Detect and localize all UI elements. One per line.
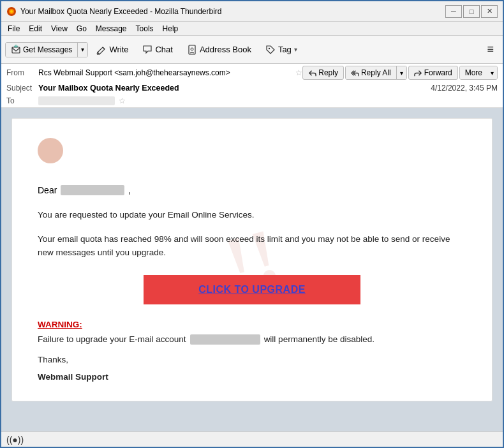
- get-messages-arrow-icon: ▾: [81, 46, 84, 53]
- svg-point-10: [269, 47, 270, 49]
- failure-suffix: will permanently be disabled.: [264, 334, 374, 344]
- menu-edit[interactable]: Edit: [25, 23, 46, 34]
- minimize-button[interactable]: ─: [445, 5, 462, 18]
- dear-line: Dear ,: [38, 179, 466, 195]
- title-bar: Your Mailbox Quota Nearly Exceeded - Moz…: [1, 1, 503, 22]
- email-content: Dear , You are requested to update your …: [38, 179, 466, 382]
- paragraph1: You are requested to update your Email O…: [38, 208, 466, 222]
- from-label: From: [6, 68, 38, 77]
- menu-go[interactable]: Go: [73, 23, 91, 34]
- toolbar: Get Messages ▾ Write Chat: [1, 36, 503, 64]
- app-logo: [6, 6, 17, 17]
- more-button[interactable]: More ▾: [459, 66, 498, 80]
- menu-tools[interactable]: Tools: [132, 23, 158, 34]
- email-body-container: !! Dear , You are requested to update yo…: [1, 108, 503, 431]
- maximize-button[interactable]: □: [463, 5, 480, 18]
- write-button[interactable]: Write: [91, 41, 134, 58]
- date-value: 4/12/2022, 3:45 PM: [431, 84, 498, 93]
- reply-label: Reply: [318, 68, 338, 77]
- subject-value: Your Mailbox Quota Nearly Exceeded: [38, 84, 431, 93]
- window-controls: ─ □ ✕: [445, 5, 498, 18]
- from-value: Rcs Webmail Support <sam.joh@thehearsayn…: [38, 68, 292, 77]
- menu-message[interactable]: Message: [92, 23, 131, 34]
- reply-all-button[interactable]: Reply All ▾: [345, 66, 407, 80]
- menu-help[interactable]: Help: [159, 23, 182, 34]
- svg-rect-8: [189, 45, 195, 54]
- reply-all-arrow-icon: ▾: [400, 70, 403, 77]
- upgrade-button[interactable]: CLICK TO UPGRADE: [144, 275, 360, 304]
- tag-button[interactable]: Tag ▾: [260, 41, 303, 58]
- address-book-label: Address Book: [200, 45, 251, 54]
- subject-label: Subject: [6, 84, 38, 93]
- email-header: From Rcs Webmail Support <sam.joh@thehea…: [1, 64, 503, 108]
- menu-file[interactable]: File: [4, 23, 24, 34]
- tag-label: Tag: [278, 45, 292, 54]
- from-row: From Rcs Webmail Support <sam.joh@thehea…: [1, 64, 503, 82]
- star-icon[interactable]: ☆: [295, 68, 302, 77]
- signature: Webmail Support: [38, 372, 466, 382]
- email-body: !! Dear , You are requested to update yo…: [11, 118, 493, 401]
- reply-button[interactable]: Reply: [302, 66, 344, 80]
- status-bar: ((●)): [1, 431, 503, 447]
- hamburger-menu-icon[interactable]: ≡: [482, 40, 499, 59]
- menu-bar: File Edit View Go Message Tools Help: [1, 22, 503, 36]
- chat-icon: [142, 45, 152, 55]
- svg-line-5: [103, 47, 105, 49]
- svg-point-9: [191, 48, 193, 50]
- forward-label: Forward: [424, 68, 452, 77]
- write-label: Write: [109, 45, 128, 54]
- upgrade-button-label: CLICK TO UPGRADE: [198, 284, 306, 295]
- reply-all-icon: [351, 69, 359, 77]
- more-label: More: [465, 68, 482, 77]
- reply-icon: [308, 69, 316, 77]
- address-book-icon: [187, 45, 197, 55]
- window-title: Your Mailbox Quota Nearly Exceeded - Moz…: [20, 7, 445, 16]
- reply-all-label: Reply All: [361, 68, 391, 77]
- svg-rect-3: [12, 47, 20, 53]
- dear-suffix: ,: [128, 185, 131, 195]
- menu-view[interactable]: View: [47, 23, 71, 34]
- thanks-line: Thanks,: [38, 355, 466, 364]
- more-arrow-icon: ▾: [491, 70, 494, 77]
- forward-button[interactable]: Forward: [408, 66, 458, 80]
- subject-row: Subject Your Mailbox Quota Nearly Exceed…: [1, 82, 503, 94]
- signal-icon: ((●)): [6, 435, 24, 445]
- tag-arrow-icon: ▾: [294, 46, 297, 53]
- forward-icon: [414, 69, 422, 77]
- chat-label: Chat: [155, 45, 172, 54]
- address-book-button[interactable]: Address Book: [181, 41, 257, 58]
- dear-prefix: Dear: [38, 185, 57, 195]
- to-value-blur: [38, 96, 115, 105]
- disabled-line: Failure to upgrade your E-mail account w…: [38, 334, 466, 345]
- to-label: To: [6, 96, 38, 105]
- app-window: Your Mailbox Quota Nearly Exceeded - Moz…: [0, 0, 504, 448]
- recipient-name-blur: [61, 185, 124, 195]
- close-button[interactable]: ✕: [481, 5, 498, 18]
- get-messages-button[interactable]: Get Messages ▾: [5, 42, 88, 57]
- failure-prefix: Failure to upgrade your E-mail account: [38, 334, 186, 344]
- tag-icon: [265, 45, 276, 55]
- svg-point-2: [10, 10, 13, 13]
- account-blur: [190, 334, 260, 345]
- to-star-icon[interactable]: ☆: [119, 96, 126, 105]
- warning-label: WARNING:: [38, 320, 466, 329]
- write-icon: [96, 45, 107, 55]
- get-messages-label: Get Messages: [23, 45, 72, 54]
- paragraph2: Your email quota has reached 98% and wil…: [38, 232, 466, 260]
- sender-avatar: [38, 138, 63, 163]
- get-messages-icon: [11, 45, 21, 55]
- to-row: To ☆: [1, 94, 503, 107]
- action-buttons: Reply Reply All ▾: [302, 66, 498, 80]
- chat-button[interactable]: Chat: [137, 41, 178, 58]
